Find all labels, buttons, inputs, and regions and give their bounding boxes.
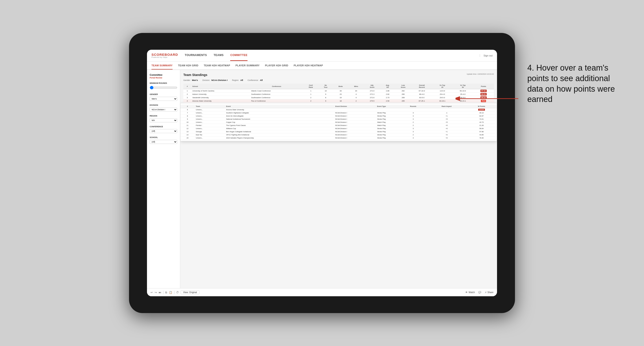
tt-cell-w-points: 84.97 — [466, 115, 497, 118]
tab-player-h2h-heatmap[interactable]: PLAYER H2H HEATMAP — [294, 62, 323, 69]
content-title: Team Standings — [183, 73, 207, 77]
tt-col-rank: # — [180, 105, 194, 108]
tt-col-event-type: Event Type — [364, 105, 400, 108]
cell-low-score: 269 — [395, 96, 412, 99]
watch-button[interactable]: 👁 Watch — [466, 291, 475, 294]
tooltip-row: 8 Univers... Amer An Intercollegiate NCA… — [180, 115, 497, 118]
tt-cell-rank: 14 — [180, 133, 194, 137]
col-overall-record: OverallRecord — [412, 84, 432, 89]
content-header: Team Standings Update time: 13/03/2024 1… — [183, 73, 494, 77]
cell-bnds: 23 — [333, 93, 348, 96]
top-navigation: SCOREBOARD Powered by clippi TOURNAMENTS… — [147, 50, 497, 61]
feedback-button[interactable]: 💬 — [478, 291, 481, 294]
update-time: Update time: 13/03/2024 10:03:42 — [467, 73, 494, 75]
tt-col-event-division: Event Division — [319, 105, 364, 108]
share-label: Share — [488, 291, 494, 294]
cell-avg-sg: 2.82 — [380, 93, 395, 96]
cell-bnds: 19 — [333, 96, 348, 99]
nav-committee[interactable]: COMMITTEE — [230, 50, 248, 61]
tt-cell-event-division: NCAA Division I — [319, 137, 364, 140]
minimum-rounds-section: Minimum Rounds — [150, 82, 177, 90]
min-rounds-slider[interactable] — [150, 86, 177, 90]
col-conference: Conference — [250, 84, 303, 89]
paste-icon[interactable]: 📋 — [169, 291, 172, 294]
tt-cell-rank: 6 — [180, 108, 194, 111]
school-select[interactable]: (All) — [150, 140, 177, 144]
filter-region-value: All — [240, 79, 243, 81]
cell-conference: Southeastern Conference — [250, 96, 303, 99]
logo-area: SCOREBOARD Powered by clippi — [152, 53, 178, 58]
update-time-value: 13/03/2024 10:03:42 — [478, 73, 494, 75]
tt-cell-team: Univers... — [194, 121, 225, 124]
tt-cell-event-type: Stroke Play — [364, 127, 400, 130]
tt-cell-event: 2023 Sahalee Players Championship — [225, 137, 319, 140]
tt-cell-event: The Cypress Point Classic — [225, 124, 319, 127]
tooltip-row: 12 Univers... Williams Cup NCAA Division… — [180, 127, 497, 130]
col-avg-sg: Avg.SG — [380, 84, 395, 89]
filter-division-value: NCAA Division I — [212, 79, 228, 81]
tt-cell-rank-impact: +1 — [427, 130, 466, 133]
tt-cell-rounds: 2 — [400, 133, 427, 137]
eye-icon: 👁 — [466, 291, 468, 294]
tt-cell-event: Amer An Intercollegiate — [225, 115, 319, 118]
tab-team-h2h-grid[interactable]: TEAM H2H GRID — [178, 62, 198, 69]
school-label: School — [150, 136, 177, 139]
tab-player-summary[interactable]: PLAYER SUMMARY — [236, 62, 260, 69]
copy-icon[interactable]: ⧉ — [165, 291, 167, 294]
tt-cell-w-points: 78.30 — [466, 137, 497, 140]
cell-rank: 4 — [183, 99, 191, 103]
cell-school: Arizona State University — [191, 99, 250, 103]
min-rounds-slider-container — [150, 85, 177, 90]
tt-cell-rank: 10 — [180, 121, 194, 124]
cell-rank: 2 — [183, 93, 191, 96]
redo-icon[interactable]: ↪ — [154, 291, 157, 294]
tt-cell-team: East Tac — [194, 133, 225, 137]
tt-cell-event-division: NCAA Division I — [319, 121, 364, 124]
sign-out-button[interactable]: Sign out — [480, 54, 492, 57]
tt-cell-event-division: NCAA Division I — [319, 111, 364, 115]
tt-cell-event: Ben Hogan Collegiate Invitational — [225, 130, 319, 133]
cell-low-score: 262 — [395, 89, 412, 93]
region-select[interactable]: N/A All — [150, 118, 177, 122]
tablet-screen: SCOREBOARD Powered by clippi TOURNAMENTS… — [147, 50, 497, 296]
tooltip-row: 13 Georgia Ben Hogan Collegiate Invitati… — [180, 130, 497, 133]
cell-overall-record: 67-10-0 — [412, 89, 432, 93]
tab-team-summary[interactable]: TEAM SUMMARY — [152, 62, 172, 69]
content-area: Team Standings Update time: 13/03/2024 1… — [180, 70, 497, 288]
region-label: Region — [150, 115, 177, 117]
cell-overall-record: 63-5-0 — [412, 96, 432, 99]
tt-cell-rounds: 3 — [400, 137, 427, 140]
undo-icon[interactable]: ↩ — [150, 291, 153, 294]
tt-cell-rounds: 3 — [400, 127, 427, 130]
sidebar-title: Committee — [150, 73, 177, 76]
tab-player-h2h-grid[interactable]: PLAYER H2H GRID — [265, 62, 288, 69]
filter-conference-value: All — [260, 79, 262, 81]
timer-icon[interactable]: ⏱ — [176, 291, 179, 294]
table-header-row: # School Conference ConfRank NoTour Bnds… — [183, 84, 494, 89]
cell-wins: 4 — [348, 93, 364, 96]
conference-select[interactable]: (All) — [150, 129, 177, 133]
cell-conf-rank: 2 — [303, 99, 319, 103]
share-button[interactable]: ↗ Share — [485, 291, 494, 294]
conference-section: Conference (All) — [150, 126, 177, 133]
skip-icon[interactable]: ⏭ — [159, 291, 161, 294]
tt-cell-event: National Invitational Tournament — [225, 118, 319, 121]
tt-col-rank-impact: Rank Impact — [427, 105, 466, 108]
sidebar-header-section: Committee Portal Review — [150, 73, 177, 79]
division-select[interactable]: NCAA Division I NCAA Division II — [150, 108, 177, 112]
nav-tournaments[interactable]: TOURNAMENTS — [185, 50, 207, 61]
cell-vs-top25: 33-19-1 — [432, 99, 452, 103]
tt-cell-event-division — [319, 108, 364, 111]
tt-cell-event-division: NCAA Division I — [319, 118, 364, 121]
tt-cell-rank-impact — [427, 108, 466, 111]
tt-cell-event-type: Stroke Play — [364, 118, 400, 121]
sidebar: Committee Portal Review Minimum Rounds G… — [147, 70, 180, 288]
tt-cell-w-points: 21.26 — [466, 124, 497, 127]
tab-team-h2h-heatmap[interactable]: TEAM H2H HEATMAP — [204, 62, 230, 69]
watch-label: Watch — [468, 291, 475, 294]
view-original-button[interactable]: View: Original — [181, 290, 200, 294]
tt-cell-rank-impact: -1 — [427, 111, 466, 115]
nav-teams[interactable]: TEAMS — [214, 50, 224, 61]
gender-select[interactable]: Men's Women's — [150, 97, 177, 101]
standings-table: # School Conference ConfRank NoTour Bnds… — [183, 84, 494, 106]
